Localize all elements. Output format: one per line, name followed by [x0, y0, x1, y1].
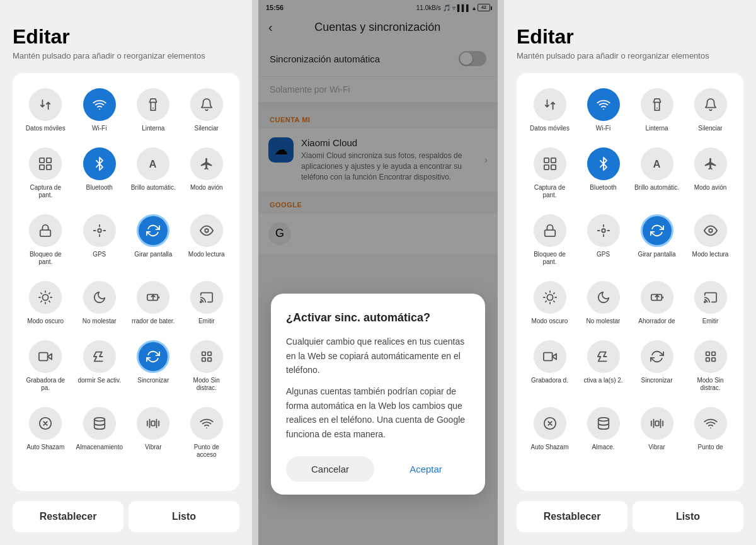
- svg-rect-25: [544, 230, 555, 236]
- right-listo-button[interactable]: Listo: [633, 501, 743, 532]
- grid-item-captura[interactable]: Captura de pant.: [524, 142, 575, 204]
- grid-item-datos-moviles[interactable]: Datos móviles: [524, 83, 575, 137]
- label-emitir: Emitir: [198, 318, 215, 325]
- label-modo-avion: Modo avión: [190, 184, 223, 192]
- dialog-body: Cualquier cambio que realices en tus cue…: [286, 335, 470, 441]
- icon-bloqueo: [29, 214, 62, 247]
- grid-item-almacenamiento[interactable]: Almacenamiento: [74, 402, 125, 464]
- svg-rect-22: [544, 165, 548, 169]
- grid-item-captura[interactable]: Captura de pant.: [20, 142, 71, 204]
- label-grabadora: Grabadora d.: [531, 377, 568, 384]
- dialog-cancel-button[interactable]: Cancelar: [286, 456, 374, 482]
- grid-item-no-molestar[interactable]: No molestar: [578, 276, 629, 330]
- grid-item-bluetooth[interactable]: Bluetooth: [74, 142, 125, 204]
- icon-punto-acceso: [694, 407, 727, 440]
- dialog-accept-button[interactable]: Aceptar: [382, 456, 470, 482]
- grid-item-punto-acceso[interactable]: Punto de acceso: [181, 402, 232, 464]
- grid-item-ahorrador[interactable]: Ahorrador de: [631, 276, 682, 330]
- grid-item-dormir[interactable]: dormir Se activ.: [74, 335, 125, 397]
- icon-gps: [587, 214, 620, 247]
- grid-item-brillo[interactable]: ABrillo automátic.: [631, 142, 682, 204]
- label-captura: Captura de pant.: [23, 184, 69, 199]
- grid-item-modo-sin[interactable]: Modo Sin distrac.: [685, 335, 736, 397]
- svg-rect-34: [706, 358, 709, 362]
- grid-item-grabadora[interactable]: Grabadora de pa.: [20, 335, 71, 397]
- grid-item-silenciar[interactable]: Silenciar: [685, 83, 736, 137]
- svg-text:A: A: [653, 158, 660, 169]
- label-gps: GPS: [93, 251, 106, 258]
- grid-item-gps[interactable]: GPS: [578, 209, 629, 271]
- grid-item-modo-oscuro[interactable]: Modo oscuro: [20, 276, 71, 330]
- label-brillo: Brillo automátic.: [131, 184, 176, 192]
- dialog-body-2: Algunas cuentas también podrían copiar d…: [286, 384, 470, 441]
- grid-item-linterna[interactable]: Linterna: [631, 83, 682, 137]
- label-sincronizar: Sincronizar: [641, 377, 672, 384]
- grid-item-sincronizar[interactable]: Sincronizar: [128, 335, 179, 397]
- grid-item-no-molestar[interactable]: No molestar: [74, 276, 125, 330]
- grid-item-wifi[interactable]: Wi-Fi: [578, 83, 629, 137]
- grid-item-ahorrador[interactable]: rrador de bater.: [128, 276, 179, 330]
- icon-datos-moviles: [29, 88, 62, 121]
- label-wifi: Wi-Fi: [596, 125, 610, 132]
- icon-ahorrador: [641, 281, 673, 314]
- grid-item-bluetooth[interactable]: Bluetooth: [578, 142, 629, 204]
- left-grid-container: Datos móvilesWi-FiLinternaSilenciarCaptu…: [13, 73, 239, 491]
- grid-item-almacenamiento[interactable]: Almace.: [578, 402, 629, 456]
- grid-item-grabadora[interactable]: Grabadora d.: [524, 335, 575, 397]
- grid-item-modo-lectura[interactable]: Modo lectura: [181, 209, 232, 271]
- label-bluetooth: Bluetooth: [590, 184, 616, 192]
- grid-item-desactiva[interactable]: ctiva a la(s) 2.: [578, 335, 629, 397]
- grid-item-bloqueo[interactable]: Bloqueo de pant.: [524, 209, 575, 271]
- svg-point-27: [709, 229, 713, 232]
- svg-point-7: [205, 229, 209, 232]
- svg-rect-33: [711, 352, 715, 356]
- svg-rect-0: [40, 158, 44, 163]
- icon-brillo: A: [641, 147, 673, 180]
- label-modo-sin: Modo Sin distrac.: [687, 377, 733, 392]
- grid-item-modo-lectura[interactable]: Modo lectura: [685, 209, 736, 271]
- svg-rect-14: [202, 358, 205, 362]
- svg-point-39: [710, 427, 711, 428]
- grid-item-wifi[interactable]: Wi-Fi: [74, 83, 125, 137]
- left-restablecer-button[interactable]: Restablecer: [13, 501, 123, 532]
- left-grid: Datos móvilesWi-FiLinternaSilenciarCaptu…: [20, 83, 232, 464]
- icon-modo-lectura: [694, 214, 727, 247]
- label-datos-moviles: Datos móviles: [530, 125, 570, 132]
- grid-item-punto-acceso[interactable]: Punto de: [685, 402, 736, 456]
- label-bloqueo: Bloqueo de pant.: [527, 251, 573, 266]
- svg-rect-38: [655, 421, 659, 425]
- grid-item-girar[interactable]: Girar pantalla: [128, 209, 179, 271]
- label-dormir: dormir Se activ.: [77, 377, 121, 384]
- grid-item-auto-shazam[interactable]: Auto Shazam: [20, 402, 71, 464]
- dialog-body-1: Cualquier cambio que realices en tus cue…: [286, 335, 470, 377]
- svg-rect-18: [151, 421, 155, 425]
- icon-silenciar: [694, 88, 727, 121]
- icon-auto-shazam: [29, 407, 62, 440]
- grid-item-modo-avion[interactable]: Modo avión: [181, 142, 232, 204]
- label-sincronizar: Sincronizar: [137, 377, 169, 384]
- grid-item-linterna[interactable]: Linterna: [128, 83, 179, 137]
- icon-emitir: [694, 281, 727, 314]
- grid-item-emitir[interactable]: Emitir: [181, 276, 232, 330]
- grid-item-modo-oscuro[interactable]: Modo oscuro: [524, 276, 575, 330]
- left-panel: Editar Mantén pulsado para añadir o reor…: [0, 0, 252, 545]
- grid-item-emitir[interactable]: Emitir: [685, 276, 736, 330]
- grid-item-silenciar[interactable]: Silenciar: [181, 83, 232, 137]
- grid-item-brillo[interactable]: ABrillo automátic.: [128, 142, 179, 204]
- grid-item-modo-sin[interactable]: Modo Sin distrac.: [181, 335, 232, 397]
- grid-item-modo-avion[interactable]: Modo avión: [685, 142, 736, 204]
- grid-item-girar[interactable]: Girar pantalla: [631, 209, 682, 271]
- right-restablecer-button[interactable]: Restablecer: [517, 501, 627, 532]
- label-wifi: Wi-Fi: [92, 125, 106, 132]
- label-almacenamiento: Almacenamiento: [76, 444, 123, 451]
- grid-item-vibrar[interactable]: Vibrar: [128, 402, 179, 464]
- icon-no-molestar: [83, 281, 116, 314]
- grid-item-sincronizar[interactable]: Sincronizar: [631, 335, 682, 397]
- icon-girar: [641, 214, 673, 247]
- left-listo-button[interactable]: Listo: [129, 501, 239, 532]
- grid-item-auto-shazam[interactable]: Auto Shazam: [524, 402, 575, 456]
- grid-item-gps[interactable]: GPS: [74, 209, 125, 271]
- grid-item-datos-moviles[interactable]: Datos móviles: [20, 83, 71, 137]
- grid-item-vibrar[interactable]: Vibrar: [631, 402, 682, 456]
- grid-item-bloqueo[interactable]: Bloqueo de pant.: [20, 209, 71, 271]
